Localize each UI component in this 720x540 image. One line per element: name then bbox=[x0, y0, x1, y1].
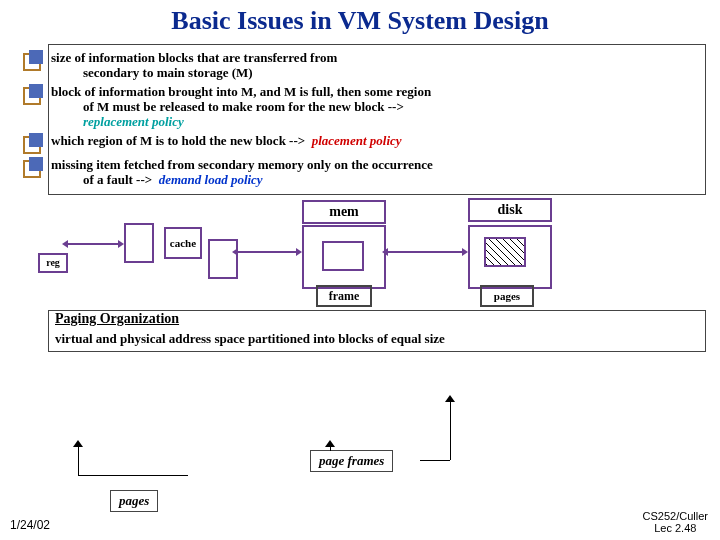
mem-box: mem bbox=[302, 200, 386, 224]
disk-page-hatched bbox=[484, 237, 526, 267]
b2-l1: block of information brought into M, and… bbox=[51, 84, 431, 99]
paging-line: virtual and physical address space parti… bbox=[55, 331, 699, 347]
footer-right: CS252/Culler Lec 2.48 bbox=[643, 510, 708, 534]
b1-l2: secondary to main storage (M) bbox=[51, 66, 337, 81]
b2-replacement: replacement policy bbox=[51, 115, 431, 130]
b3-placement: placement policy bbox=[312, 133, 402, 148]
arrow-reg-cache bbox=[68, 243, 118, 245]
bullet-3: which region of M is to hold the new blo… bbox=[55, 134, 699, 154]
arrow-mem-disk bbox=[388, 251, 462, 253]
cache-box: cache bbox=[164, 227, 202, 259]
bullet-icon bbox=[23, 53, 41, 71]
b4-demand: demand load policy bbox=[159, 172, 263, 187]
b2-l2: of M must be released to make room for t… bbox=[51, 100, 431, 115]
paging-org-box: Paging Organization virtual and physical… bbox=[48, 310, 706, 352]
line-seg-e bbox=[450, 400, 451, 460]
slide-title: Basic Issues in VM System Design bbox=[0, 6, 720, 36]
cache-block-b bbox=[208, 239, 238, 279]
arrow-cache-mem bbox=[238, 251, 296, 253]
bullet-2: block of information brought into M, and… bbox=[55, 85, 699, 130]
bullet-icon bbox=[23, 87, 41, 105]
arrowhead-up-c bbox=[445, 395, 455, 402]
mem-inner bbox=[322, 241, 364, 271]
paging-title: Paging Organization bbox=[55, 311, 699, 327]
footer-r1: CS252/Culler bbox=[643, 510, 708, 522]
bullet-icon bbox=[23, 160, 41, 178]
pages-box: pages bbox=[110, 490, 158, 512]
line-seg-a bbox=[78, 445, 79, 475]
bullet-4: missing item fetched from secondary memo… bbox=[55, 158, 699, 188]
page-frames-box: page frames bbox=[310, 450, 393, 472]
memory-hierarchy-diagram: reg cache mem disk frame pages bbox=[48, 195, 706, 310]
bullet-icon bbox=[23, 136, 41, 154]
arrowhead-up-b bbox=[325, 440, 335, 447]
cache-block-a bbox=[124, 223, 154, 263]
disk-box: disk bbox=[468, 198, 552, 222]
line-seg-d bbox=[420, 460, 450, 461]
arrowhead-up-a bbox=[73, 440, 83, 447]
pages-label-diagram: pages bbox=[480, 285, 534, 307]
line-seg-b bbox=[78, 475, 188, 476]
b3-l1: which region of M is to hold the new blo… bbox=[51, 133, 305, 148]
b4-l2: of a fault --> bbox=[83, 172, 152, 187]
bullet-list: size of information blocks that are tran… bbox=[48, 44, 706, 195]
b4-l1: missing item fetched from secondary memo… bbox=[51, 157, 433, 172]
footer-date: 1/24/02 bbox=[10, 518, 50, 532]
bullet-1: size of information blocks that are tran… bbox=[55, 51, 699, 81]
reg-box: reg bbox=[38, 253, 68, 273]
b1-l1: size of information blocks that are tran… bbox=[51, 50, 337, 65]
frame-label: frame bbox=[316, 285, 372, 307]
footer-r2: Lec 2.48 bbox=[643, 522, 708, 534]
